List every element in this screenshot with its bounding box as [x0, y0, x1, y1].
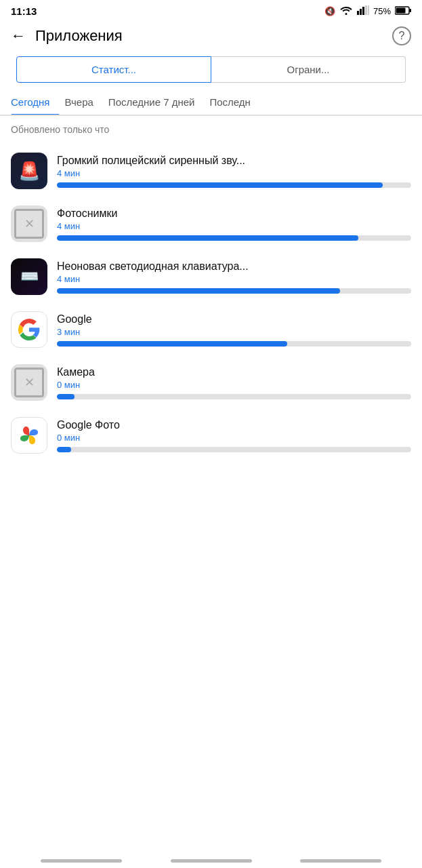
- period-tab-today[interactable]: Сегодня: [11, 91, 60, 115]
- app-icon-keyboard: ⌨️: [11, 258, 47, 295]
- bottom-pill-left: [41, 859, 122, 863]
- app-icon-photos: [11, 205, 47, 242]
- tab-statistics[interactable]: Статист...: [16, 56, 211, 83]
- status-bar: 11:13 🔇 75%: [0, 0, 422, 21]
- back-button[interactable]: ←: [11, 27, 26, 45]
- app-name: Громкий полицейский сиренный зву...: [57, 155, 411, 167]
- app-time: 4 мин: [57, 168, 411, 178]
- battery-icon: [395, 6, 411, 17]
- app-time: 0 мин: [57, 433, 411, 443]
- status-time: 11:13: [11, 5, 37, 17]
- app-bar-fill: [57, 288, 340, 294]
- app-time: 3 мин: [57, 327, 411, 337]
- update-label: Обновлено только что: [0, 116, 422, 140]
- mute-icon: 🔇: [324, 6, 335, 16]
- app-bar-bg: [57, 235, 411, 241]
- header-left: ← Приложения: [11, 27, 123, 45]
- header: ← Приложения ?: [0, 21, 422, 54]
- app-time: 4 мин: [57, 221, 411, 231]
- signal-icon: [357, 5, 369, 17]
- list-item[interactable]: ⌨️ Неоновая светодиодная клавиатура... 4…: [0, 252, 422, 304]
- list-item[interactable]: Google 3 мин: [0, 304, 422, 357]
- app-name: Google: [57, 313, 411, 326]
- app-icon-google: [11, 311, 47, 348]
- app-icon-siren: 🚨: [11, 153, 47, 189]
- app-bar-bg: [57, 341, 411, 347]
- app-bar-bg: [57, 288, 411, 294]
- app-bar-fill: [57, 394, 75, 399]
- app-info: Google Фото 0 мин: [57, 419, 411, 452]
- help-button[interactable]: ?: [392, 26, 411, 45]
- bottom-pill-center: [171, 859, 252, 863]
- app-name: Google Фото: [57, 419, 411, 431]
- app-time: 0 мин: [57, 380, 411, 390]
- svg-rect-7: [396, 7, 406, 13]
- app-name: Камера: [57, 366, 411, 378]
- svg-rect-1: [360, 9, 362, 15]
- app-info: Громкий полицейский сиренный зву... 4 ми…: [57, 155, 411, 188]
- app-bar-fill: [57, 341, 287, 347]
- list-item[interactable]: Камера 0 мин: [0, 357, 422, 410]
- period-tab-last[interactable]: Последн: [209, 91, 259, 115]
- app-time: 4 мин: [57, 274, 411, 284]
- app-bar-fill: [57, 235, 358, 241]
- list-item[interactable]: Google Фото 0 мин: [0, 410, 422, 463]
- list-item[interactable]: Фотоснимки 4 мин: [0, 199, 422, 252]
- period-tab-yesterday[interactable]: Вчера: [65, 91, 103, 115]
- tab-restrictions[interactable]: Ограни...: [211, 56, 406, 83]
- app-bar-bg: [57, 447, 411, 452]
- bottom-bar: [0, 851, 422, 868]
- page-title: Приложения: [35, 27, 123, 45]
- wifi-icon: [339, 5, 353, 17]
- period-tab-7days[interactable]: Последние 7 дней: [108, 91, 205, 115]
- list-item[interactable]: 🚨 Громкий полицейский сиренный зву... 4 …: [0, 146, 422, 199]
- app-name: Фотоснимки: [57, 208, 411, 220]
- status-icons: 🔇 75%: [324, 5, 411, 17]
- bottom-pill-right: [300, 859, 381, 863]
- app-info: Камера 0 мин: [57, 366, 411, 399]
- app-info: Неоновая светодиодная клавиатура... 4 ми…: [57, 260, 411, 294]
- app-bar-fill: [57, 447, 71, 452]
- app-bar-bg: [57, 394, 411, 399]
- app-name: Неоновая светодиодная клавиатура...: [57, 260, 411, 273]
- main-tab-row: Статист... Ограни...: [0, 54, 422, 91]
- app-icon-camera: [11, 364, 47, 401]
- app-info: Фотоснимки 4 мин: [57, 208, 411, 241]
- app-bar-fill: [57, 182, 383, 188]
- app-info: Google 3 мин: [57, 313, 411, 347]
- period-tab-row: Сегодня Вчера Последние 7 дней Последн: [0, 91, 422, 116]
- app-icon-gphotos: [11, 417, 47, 454]
- svg-rect-6: [410, 9, 412, 12]
- svg-rect-0: [357, 11, 359, 15]
- svg-rect-4: [368, 5, 369, 15]
- svg-rect-2: [362, 7, 364, 15]
- svg-rect-3: [365, 5, 367, 15]
- app-bar-bg: [57, 182, 411, 188]
- battery-text: 75%: [373, 6, 391, 16]
- app-list: 🚨 Громкий полицейский сиренный зву... 4 …: [0, 140, 422, 469]
